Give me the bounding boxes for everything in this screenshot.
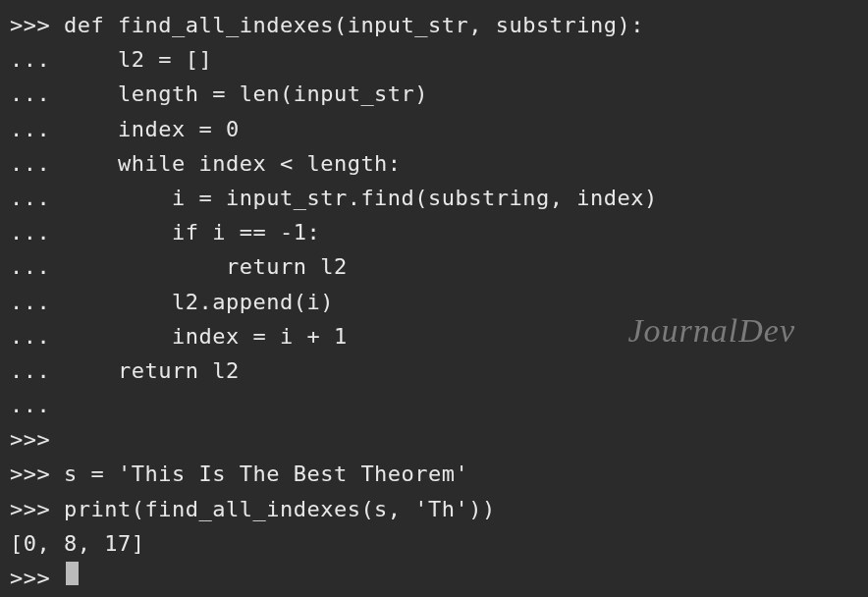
repl-continuation: ... <box>10 112 64 146</box>
repl-continuation: ... <box>10 42 64 77</box>
code-text: while index < length: <box>64 146 402 181</box>
code-line: ... while index < length: <box>10 146 858 181</box>
code-text: l2 = [] <box>64 42 212 77</box>
code-line: ... l2 = [] <box>10 42 858 77</box>
code-line: ... length = len(input_str) <box>10 77 858 111</box>
code-line: >>> def find_all_indexes(input_str, subs… <box>10 8 858 42</box>
repl-continuation: ... <box>10 181 64 215</box>
repl-prompt: >>> <box>10 492 64 526</box>
code-text: s = 'This Is The Best Theorem' <box>64 457 468 491</box>
repl-continuation: ... <box>10 77 64 111</box>
code-text: length = len(input_str) <box>64 77 428 111</box>
output-line: [0, 8, 17] <box>10 526 858 561</box>
repl-continuation: ... <box>10 249 64 284</box>
code-line: ... if i == -1: <box>10 215 858 249</box>
repl-prompt: >>> <box>10 457 64 491</box>
code-line: >>> print(find_all_indexes(s, 'Th')) <box>10 492 858 526</box>
repl-prompt: >>> <box>10 422 64 457</box>
code-text: def find_all_indexes(input_str, substrin… <box>64 8 644 42</box>
code-text: print(find_all_indexes(s, 'Th')) <box>64 492 496 526</box>
input-line[interactable]: >>> <box>10 561 858 595</box>
repl-prompt: >>> <box>10 561 64 595</box>
code-text: return l2 <box>64 353 240 388</box>
code-line: ... i = input_str.find(substring, index) <box>10 181 858 215</box>
repl-continuation: ... <box>10 319 64 353</box>
code-text: if i == -1: <box>64 215 320 249</box>
terminal-output[interactable]: >>> def find_all_indexes(input_str, subs… <box>10 8 858 595</box>
repl-continuation: ... <box>10 215 64 249</box>
output-text: [0, 8, 17] <box>10 526 144 561</box>
code-line: ... l2.append(i) <box>10 285 858 319</box>
repl-continuation: ... <box>10 146 64 181</box>
code-line: ... return l2 <box>10 353 858 388</box>
code-line: ... index = 0 <box>10 112 858 146</box>
repl-continuation: ... <box>10 285 64 319</box>
repl-continuation: ... <box>10 353 64 388</box>
code-text: l2.append(i) <box>64 285 334 319</box>
code-line: >>> <box>10 422 858 457</box>
code-line: ... return l2 <box>10 249 858 284</box>
code-line: ... index = i + 1 <box>10 319 858 353</box>
code-text: return l2 <box>64 249 348 284</box>
repl-continuation: ... <box>10 388 64 422</box>
code-text: index = i + 1 <box>64 319 348 353</box>
code-text: i = input_str.find(substring, index) <box>64 181 658 215</box>
repl-prompt: >>> <box>10 8 64 42</box>
code-text: index = 0 <box>64 112 240 146</box>
code-line: ... <box>10 388 858 422</box>
code-line: >>> s = 'This Is The Best Theorem' <box>10 457 858 491</box>
terminal-cursor <box>66 562 79 585</box>
